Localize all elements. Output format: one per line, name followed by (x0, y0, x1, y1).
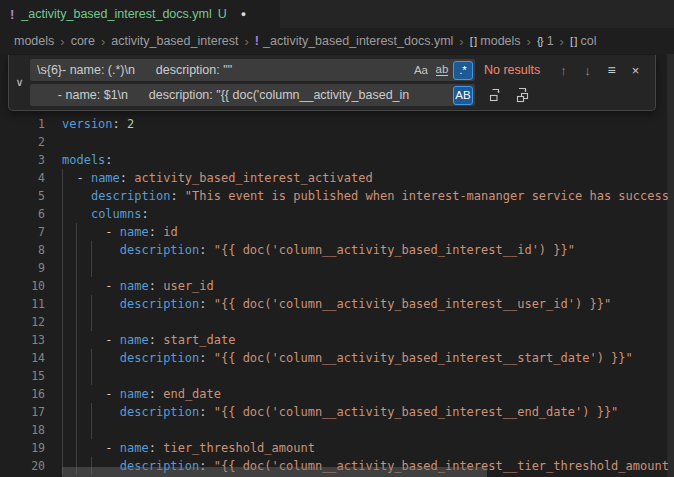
code-line[interactable]: 15 (0, 367, 674, 385)
line-content[interactable]: description: "{{ doc('column__activity_b… (62, 241, 674, 259)
yaml-file-icon: ! (255, 34, 259, 48)
breadcrumb-item[interactable]: core (71, 34, 95, 48)
line-number[interactable]: 9 (0, 259, 62, 277)
code-line[interactable]: 17 description: "{{ doc('column__activit… (0, 403, 674, 421)
find-nav: ↑ ↓ ≡ × (554, 61, 645, 80)
code-line[interactable]: 3models: (0, 151, 674, 169)
line-content[interactable]: - name: activity_based_interest_activate… (62, 169, 674, 187)
line-number[interactable]: 13 (0, 331, 62, 349)
code-token: name (91, 171, 120, 185)
code-line[interactable]: 19 - name: tier_threshold_amount (0, 439, 674, 457)
line-content[interactable]: description: "{{ doc('column__activity_b… (62, 403, 674, 421)
code-token: : (149, 333, 156, 347)
regex-button[interactable]: .* (453, 61, 473, 80)
horizontal-scrollbar[interactable] (62, 467, 487, 477)
breadcrumb-item[interactable]: !_activity_based_interest_docs.yml (255, 34, 454, 48)
tab-filename: _activity_based_interest_docs.yml (21, 7, 211, 21)
breadcrumb-item[interactable]: activity_based_interest (111, 34, 238, 48)
code-token (113, 333, 120, 347)
vertical-scrollbar[interactable] (667, 54, 674, 477)
line-number[interactable]: 7 (0, 223, 62, 241)
line-number[interactable]: 15 (0, 367, 62, 385)
line-number[interactable]: 17 (0, 403, 62, 421)
line-number[interactable]: 18 (0, 421, 62, 439)
line-number[interactable]: 4 (0, 169, 62, 187)
line-content[interactable] (62, 133, 674, 151)
code-line[interactable]: 2 (0, 133, 674, 151)
replace-all-button[interactable] (512, 85, 533, 105)
line-content[interactable] (62, 421, 674, 439)
code-line[interactable]: 18 (0, 421, 674, 439)
preserve-case-button[interactable]: AB (453, 86, 473, 105)
line-content[interactable]: version: 2 (62, 115, 674, 133)
code-token: - (105, 387, 112, 401)
code-line[interactable]: 4 - name: activity_based_interest_activa… (0, 169, 674, 187)
code-token (113, 441, 120, 455)
line-number[interactable]: 11 (0, 295, 62, 313)
code-line[interactable]: 11 description: "{{ doc('column__activit… (0, 295, 674, 313)
line-content[interactable]: description: "This event is published wh… (62, 187, 674, 205)
line-content[interactable]: description: "{{ doc('column__activity_b… (62, 349, 674, 367)
breadcrumb-item[interactable]: [ ]col (570, 34, 597, 48)
line-number[interactable]: 16 (0, 385, 62, 403)
find-in-selection-button[interactable]: ≡ (602, 61, 621, 80)
code-line[interactable]: 1version: 2 (0, 115, 674, 133)
breadcrumb-item[interactable]: models (14, 34, 54, 48)
code-token (207, 243, 214, 257)
code-line[interactable]: 9 (0, 259, 674, 277)
line-number[interactable]: 8 (0, 241, 62, 259)
code-token (113, 225, 120, 239)
match-case-button[interactable]: Aa (411, 61, 431, 80)
line-content[interactable]: columns: (62, 205, 674, 223)
breadcrumb-item[interactable]: [ ]models (470, 34, 521, 48)
breadcrumb-label: 1 (547, 34, 554, 48)
line-number[interactable]: 3 (0, 151, 62, 169)
line-content[interactable]: - name: start_date (62, 331, 674, 349)
close-button[interactable]: × (626, 61, 645, 80)
breadcrumb-item[interactable]: {}1 (537, 34, 554, 48)
line-content[interactable]: description: "{{ doc('column__activity_b… (62, 295, 674, 313)
line-content[interactable]: - name: end_date (62, 385, 674, 403)
code-line[interactable]: 16 - name: end_date (0, 385, 674, 403)
code-line[interactable]: 8 description: "{{ doc('column__activity… (0, 241, 674, 259)
replace-input[interactable] (30, 84, 452, 106)
line-number[interactable]: 20 (0, 457, 62, 475)
line-content[interactable]: models: (62, 151, 674, 169)
code-token (62, 333, 105, 347)
code-line[interactable]: 12 (0, 313, 674, 331)
line-number[interactable]: 2 (0, 133, 62, 151)
toggle-replace-button[interactable]: ∨ (9, 55, 30, 110)
line-number[interactable]: 1 (0, 115, 62, 133)
previous-match-button[interactable]: ↑ (554, 61, 573, 80)
line-content[interactable]: - name: id (62, 223, 674, 241)
line-content[interactable]: - name: user_id (62, 277, 674, 295)
code-line[interactable]: 5 description: "This event is published … (0, 187, 674, 205)
indent-guide (76, 241, 77, 259)
code-token: : (105, 153, 112, 167)
line-content[interactable] (62, 313, 674, 331)
code-token (62, 171, 76, 185)
whole-word-button[interactable]: ab (432, 61, 452, 80)
code-token: - (105, 225, 112, 239)
code-token: : (120, 171, 127, 185)
code-line[interactable]: 10 - name: user_id (0, 277, 674, 295)
next-match-button[interactable]: ↓ (578, 61, 597, 80)
line-number[interactable]: 10 (0, 277, 62, 295)
code-line[interactable]: 6 columns: (0, 205, 674, 223)
code-line[interactable]: 7 - name: id (0, 223, 674, 241)
code-token: : (170, 189, 177, 203)
line-number[interactable]: 19 (0, 439, 62, 457)
replace-button[interactable] (485, 85, 506, 105)
line-number[interactable]: 12 (0, 313, 62, 331)
line-number[interactable]: 5 (0, 187, 62, 205)
modified-dot-icon[interactable]: ● (241, 9, 246, 19)
code-line[interactable]: 14 description: "{{ doc('column__activit… (0, 349, 674, 367)
tab-active-file[interactable]: ! _activity_based_interest_docs.yml U ● (0, 0, 280, 28)
line-number[interactable]: 14 (0, 349, 62, 367)
line-content[interactable] (62, 367, 674, 385)
code-line[interactable]: 13 - name: start_date (0, 331, 674, 349)
line-content[interactable] (62, 259, 674, 277)
line-number[interactable]: 6 (0, 205, 62, 223)
line-content[interactable]: - name: tier_threshold_amount (62, 439, 674, 457)
find-input[interactable] (30, 59, 410, 81)
